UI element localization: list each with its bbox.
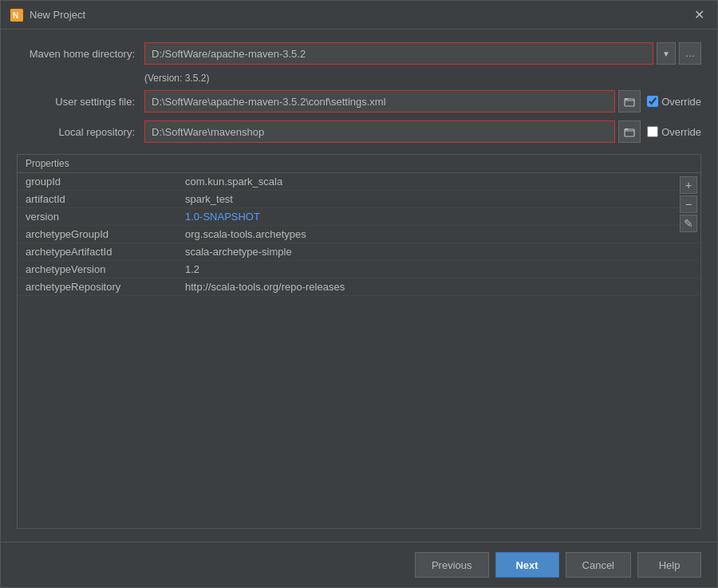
maven-home-field-group: ▼ …: [144, 42, 701, 65]
remove-property-button[interactable]: −: [680, 195, 697, 213]
user-settings-row: User settings file: Override: [17, 90, 701, 112]
svg-text:N: N: [13, 11, 18, 20]
svg-rect-2: [625, 99, 634, 106]
prop-key: groupId: [26, 176, 185, 187]
dialog-icon: N: [10, 9, 23, 22]
dialog-title: New Project: [30, 9, 85, 21]
user-settings-field-group: Override: [144, 90, 701, 112]
user-settings-override-label[interactable]: Override: [661, 96, 701, 108]
prop-key: archetypeArtifactId: [26, 246, 185, 258]
table-row[interactable]: groupIdcom.kun.spark_scala: [18, 173, 700, 191]
svg-rect-3: [625, 129, 634, 136]
local-repo-browse-button[interactable]: [618, 120, 641, 143]
help-button[interactable]: Help: [637, 552, 701, 578]
user-settings-browse-button[interactable]: [618, 90, 641, 112]
dialog-footer: Previous Next Cancel Help: [1, 542, 717, 587]
properties-section: Properties groupIdcom.kun.spark_scalaart…: [17, 154, 701, 529]
prop-value: com.kun.spark_scala: [185, 176, 692, 187]
prop-value: org.scala-tools.archetypes: [185, 228, 692, 240]
cancel-button[interactable]: Cancel: [566, 552, 631, 578]
properties-header: Properties: [18, 155, 700, 173]
prop-value: http://scala-tools.org/repo-releases: [185, 281, 692, 293]
title-bar-left: N New Project: [10, 9, 85, 22]
local-repo-override-label[interactable]: Override: [661, 126, 701, 138]
edit-property-button[interactable]: ✎: [680, 215, 697, 232]
maven-home-row: Maven home directory: ▼ …: [17, 42, 701, 65]
next-button[interactable]: Next: [495, 552, 559, 578]
prop-value: 1.2: [185, 263, 692, 275]
add-property-button[interactable]: +: [680, 176, 697, 194]
table-row[interactable]: archetypeVersion1.2: [18, 261, 700, 278]
new-project-dialog: N New Project ✕ Maven home directory: ▼ …: [0, 0, 718, 588]
prop-key: version: [26, 211, 185, 223]
local-repo-field-group: Override: [144, 120, 701, 143]
maven-home-browse-button[interactable]: …: [679, 42, 701, 65]
local-repo-override-checkbox[interactable]: [647, 126, 658, 137]
previous-button[interactable]: Previous: [415, 552, 489, 578]
table-row[interactable]: artifactIdspark_test: [18, 191, 700, 208]
prop-value: scala-archetype-simple: [185, 246, 692, 258]
title-bar: N New Project ✕: [1, 1, 717, 30]
prop-value: 1.0-SNAPSHOT: [185, 211, 692, 223]
version-text: (Version: 3.5.2): [144, 73, 701, 84]
local-repo-input[interactable]: [144, 120, 615, 143]
prop-key: archetypeVersion: [26, 263, 185, 275]
user-settings-override-checkbox[interactable]: [647, 96, 658, 107]
prop-key: artifactId: [26, 193, 185, 205]
maven-home-input[interactable]: [144, 42, 653, 65]
maven-home-label: Maven home directory:: [17, 48, 144, 60]
prop-value: spark_test: [185, 193, 692, 205]
prop-key: archetypeGroupId: [26, 228, 185, 240]
properties-side-buttons: + − ✎: [677, 173, 700, 235]
close-button[interactable]: ✕: [691, 7, 708, 23]
local-repo-row: Local repository: Override: [17, 120, 701, 143]
table-row[interactable]: archetypeGroupIdorg.scala-tools.archetyp…: [18, 226, 700, 243]
user-settings-label: User settings file:: [17, 96, 144, 108]
local-repo-override-group: Override: [647, 126, 701, 138]
table-row[interactable]: version1.0-SNAPSHOT: [18, 208, 700, 226]
maven-home-dropdown-button[interactable]: ▼: [657, 42, 676, 65]
properties-table: groupIdcom.kun.spark_scalaartifactIdspar…: [18, 173, 700, 528]
user-settings-override-group: Override: [647, 96, 701, 108]
table-row[interactable]: archetypeArtifactIdscala-archetype-simpl…: [18, 243, 700, 261]
local-repo-label: Local repository:: [17, 126, 144, 138]
user-settings-input[interactable]: [144, 90, 615, 112]
prop-key: archetypeRepository: [26, 281, 185, 293]
dialog-content: Maven home directory: ▼ … (Version: 3.5.…: [1, 30, 717, 542]
table-row[interactable]: archetypeRepositoryhttp://scala-tools.or…: [18, 278, 700, 296]
